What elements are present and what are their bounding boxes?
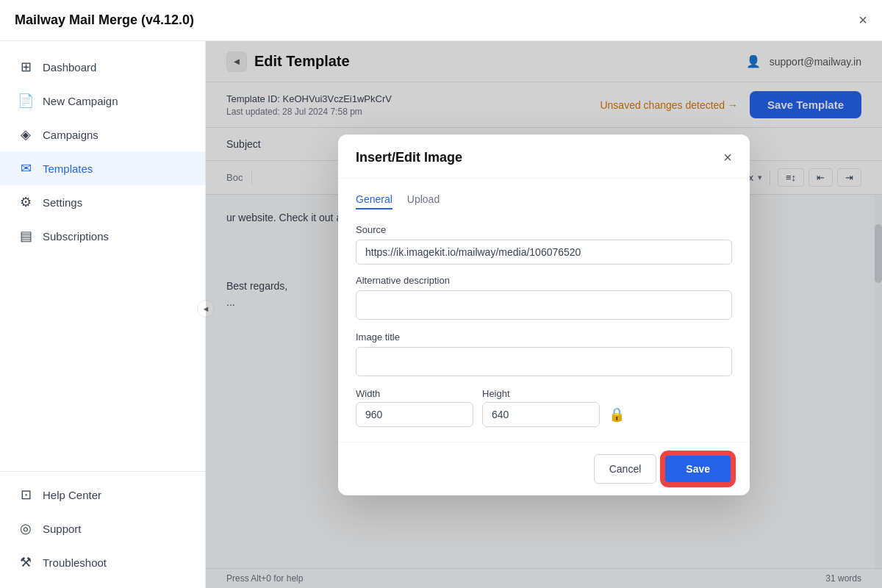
- templates-icon: ✉: [18, 160, 34, 176]
- sidebar-item-support[interactable]: ◎ Support: [0, 512, 205, 545]
- sidebar-item-templates[interactable]: ✉ Templates: [0, 151, 205, 185]
- sidebar-item-label: Templates: [43, 162, 93, 175]
- dashboard-icon: ⊞: [18, 59, 34, 75]
- title-section: Image title: [356, 331, 732, 376]
- main-layout: ⊞ Dashboard 📄 New Campaign ◈ Campaigns ✉…: [0, 41, 882, 588]
- sidebar-item-troubleshoot[interactable]: ⚒ Troubleshoot: [0, 545, 205, 579]
- tab-upload[interactable]: Upload: [407, 193, 440, 209]
- sidebar: ⊞ Dashboard 📄 New Campaign ◈ Campaigns ✉…: [0, 41, 206, 588]
- subscriptions-icon: ▤: [18, 228, 34, 244]
- height-input[interactable]: [482, 402, 600, 427]
- modal-overlay: Insert/Edit Image × General Upload Sourc…: [206, 41, 882, 588]
- image-title-label: Image title: [356, 331, 732, 343]
- sidebar-item-label: Help Center: [43, 489, 101, 501]
- modal-title: Insert/Edit Image: [356, 150, 462, 165]
- sidebar-item-label: Dashboard: [43, 61, 96, 74]
- campaigns-icon: ◈: [18, 126, 34, 143]
- troubleshoot-icon: ⚒: [18, 554, 34, 570]
- source-label: Source: [356, 224, 732, 235]
- sidebar-item-settings[interactable]: ⚙ Settings: [0, 185, 205, 219]
- width-group: Width: [356, 388, 473, 427]
- modal-close-button[interactable]: ×: [723, 149, 732, 166]
- tab-general[interactable]: General: [356, 193, 392, 209]
- sidebar-item-label: Settings: [43, 196, 82, 209]
- width-label: Width: [356, 388, 473, 399]
- dimensions-row: Width Height 🔒: [356, 388, 732, 427]
- new-campaign-icon: 📄: [18, 93, 34, 109]
- modal-header: Insert/Edit Image ×: [338, 135, 750, 179]
- sidebar-item-label: Troubleshoot: [43, 556, 107, 569]
- lock-icon: 🔒: [609, 406, 625, 423]
- sidebar-item-campaigns[interactable]: ◈ Campaigns: [0, 118, 205, 151]
- modal-body: General Upload Source Alternative descri…: [338, 179, 750, 442]
- modal-footer: Cancel Save: [338, 442, 750, 495]
- modal-tabs: General Upload: [356, 193, 732, 209]
- sidebar-item-label: New Campaign: [43, 95, 118, 107]
- sidebar-item-label: Support: [43, 523, 82, 535]
- sidebar-item-dashboard[interactable]: ⊞ Dashboard: [0, 50, 205, 84]
- source-input[interactable]: [356, 240, 732, 265]
- image-title-input[interactable]: [356, 347, 732, 376]
- sidebar-item-new-campaign[interactable]: 📄 New Campaign: [0, 84, 205, 118]
- main-content: ◄ Edit Template 👤 support@mailway.in Tem…: [206, 41, 882, 588]
- source-row: Source: [356, 224, 732, 265]
- alt-label: Alternative description: [356, 275, 732, 286]
- cancel-button[interactable]: Cancel: [594, 454, 657, 484]
- alt-input[interactable]: [356, 290, 732, 320]
- support-icon: ◎: [18, 520, 34, 537]
- width-input[interactable]: [356, 402, 473, 427]
- title-bar: Mailway Mail Merge (v4.12.0) ×: [0, 0, 882, 41]
- alt-section: Alternative description: [356, 275, 732, 320]
- help-center-icon: ⊡: [18, 487, 34, 503]
- save-button[interactable]: Save: [664, 454, 732, 484]
- settings-icon: ⚙: [18, 194, 34, 210]
- sidebar-item-label: Campaigns: [43, 129, 98, 141]
- height-label: Height: [482, 388, 600, 399]
- sidebar-item-subscriptions[interactable]: ▤ Subscriptions: [0, 219, 205, 253]
- sidebar-item-label: Subscriptions: [43, 230, 109, 243]
- insert-edit-image-modal: Insert/Edit Image × General Upload Sourc…: [338, 135, 750, 495]
- close-button[interactable]: ×: [858, 12, 867, 29]
- sidebar-item-help-center[interactable]: ⊡ Help Center: [0, 478, 205, 512]
- app-title: Mailway Mail Merge (v4.12.0): [15, 12, 194, 28]
- height-group: Height: [482, 388, 600, 427]
- sidebar-bottom: ⊡ Help Center ◎ Support ⚒ Troubleshoot: [0, 471, 205, 579]
